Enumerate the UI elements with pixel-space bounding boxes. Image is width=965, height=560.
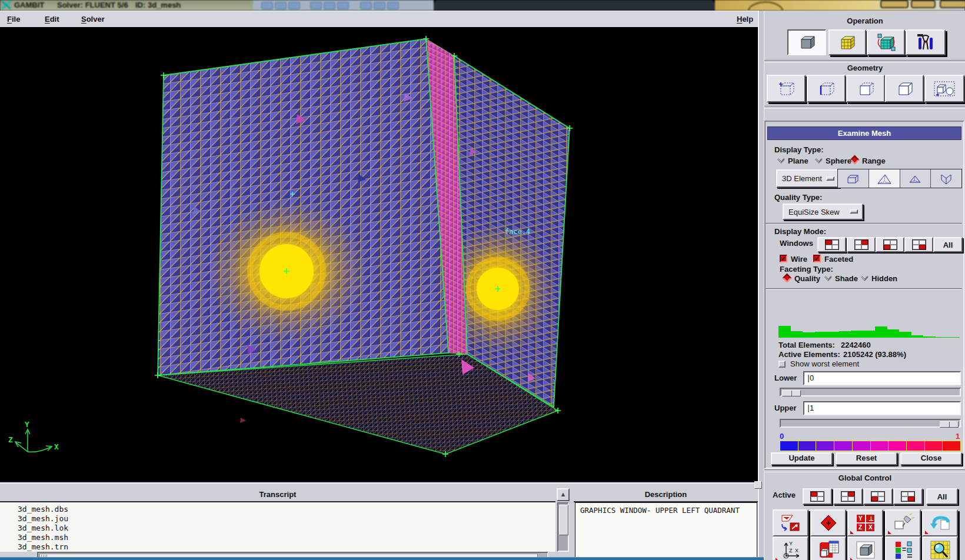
- zones-cube-icon: [876, 33, 897, 52]
- menu-file[interactable]: File: [7, 15, 20, 24]
- zoom-button[interactable]: [922, 536, 958, 560]
- quality-color-scale: [780, 441, 961, 451]
- undo-button[interactable]: [922, 509, 958, 536]
- radio-hidden-icon[interactable]: [861, 276, 868, 281]
- option-menu-marker: [850, 209, 858, 214]
- dropdown-corner-marker: [888, 531, 891, 534]
- axis-label-z: Z: [8, 435, 13, 444]
- gambit-titlebar: GAMBIT Solver: FLUENT 5/6 ID: 3d_mesh: [0, 0, 253, 11]
- lower-slider-thumb[interactable]: [782, 390, 801, 396]
- operation-zones-button[interactable]: [867, 29, 905, 55]
- lower-slider[interactable]: [780, 388, 961, 396]
- radio-quality-label[interactable]: Quality: [794, 274, 820, 283]
- transcript-vscrollbar[interactable]: [557, 502, 569, 552]
- quality-type-dropdown[interactable]: EquiSize Skew: [783, 204, 863, 220]
- icon-letter-x: X: [868, 524, 873, 531]
- show-worst-label[interactable]: Show worst element: [790, 359, 859, 368]
- reset-button[interactable]: Reset: [836, 452, 897, 465]
- geometry-volume-button[interactable]: [885, 75, 924, 102]
- window-quadrant-4-button[interactable]: [904, 237, 933, 252]
- menu-help[interactable]: Help: [737, 15, 753, 24]
- wire-label[interactable]: Wire: [791, 255, 807, 264]
- lower-value: 0: [810, 374, 814, 382]
- radio-range-label[interactable]: Range: [862, 156, 886, 165]
- render-mode-button[interactable]: [847, 536, 883, 560]
- element-tet-button[interactable]: [869, 169, 900, 188]
- element-pyramid-button[interactable]: [900, 169, 931, 188]
- upper-slider-thumb[interactable]: [940, 421, 959, 428]
- mesh-3d-view: face.4 Y Z X: [0, 27, 758, 481]
- transcript-vscrollbar-thumb[interactable]: [559, 505, 568, 535]
- menu-bar: File Edit Solver Help: [0, 11, 758, 28]
- menu-edit[interactable]: Edit: [45, 15, 59, 24]
- element-wedge-button[interactable]: [931, 169, 961, 188]
- operation-tools-button[interactable]: [906, 29, 946, 55]
- dropdown-corner-marker: [776, 558, 779, 560]
- upper-slider[interactable]: [780, 419, 961, 428]
- radio-plane-icon[interactable]: [777, 158, 785, 164]
- background-window-blur: [434, 0, 715, 11]
- graphics-window[interactable]: face.4 Y Z X: [0, 27, 758, 481]
- show-worst-checkbox[interactable]: [778, 361, 786, 368]
- transcript-content[interactable]: 3d_mesh.dbs 3d_mesh.jou 3d_mesh.lok 3d_m…: [0, 502, 555, 552]
- radio-plane-label[interactable]: Plane: [788, 156, 808, 165]
- form-separator: [766, 288, 962, 289]
- operation-geometry-button[interactable]: [787, 29, 826, 55]
- active-all-button[interactable]: All: [926, 488, 958, 505]
- menu-solver[interactable]: Solver: [81, 15, 105, 24]
- section-divider: [764, 469, 965, 472]
- transcript-scroll-up-button[interactable]: ▲: [557, 488, 570, 501]
- upper-input[interactable]: 1: [803, 401, 961, 415]
- radio-shade-label[interactable]: Shade: [835, 274, 858, 283]
- default-orientation-button[interactable]: [810, 509, 846, 536]
- geometry-edge-button[interactable]: [807, 75, 846, 102]
- icon-letter-y: Y: [858, 515, 863, 522]
- mesh-cube-icon: [837, 34, 857, 51]
- geometry-group-button[interactable]: [924, 75, 964, 102]
- faceted-label[interactable]: Faceted: [824, 255, 853, 264]
- radio-hidden-label[interactable]: Hidden: [871, 274, 897, 283]
- faceted-checkbox[interactable]: ✓: [813, 255, 821, 262]
- radio-shade-icon[interactable]: [824, 276, 832, 281]
- window-quadrant-3-button[interactable]: [876, 237, 904, 252]
- update-button[interactable]: Update: [771, 452, 833, 465]
- active-quadrant-2-button[interactable]: [833, 488, 863, 505]
- radio-sphere-label[interactable]: Sphere: [826, 156, 851, 165]
- window-quadrant-2-button[interactable]: [847, 237, 876, 252]
- light-button[interactable]: [885, 509, 921, 536]
- windows-all-button[interactable]: All: [933, 237, 963, 252]
- divider-sash-handle[interactable]: [754, 481, 762, 489]
- element-type-dropdown[interactable]: 3D Element: [776, 169, 840, 188]
- element-hex-button[interactable]: [838, 169, 869, 188]
- wire-checkbox[interactable]: ✓: [780, 255, 787, 262]
- active-quadrant-1-button[interactable]: [803, 488, 832, 505]
- scale-min-label: 0: [780, 432, 784, 441]
- quality-type-label: Quality Type:: [774, 193, 822, 202]
- geometry-cube-icon: [797, 34, 817, 51]
- total-elements-value: 2242460: [841, 341, 871, 349]
- orient-axes-button[interactable]: Y ⊥ Z X: [847, 509, 883, 536]
- lower-input[interactable]: 0: [803, 371, 961, 385]
- element-type-value: 3D Element: [782, 174, 822, 183]
- transcript-line: 3d_mesh.msh: [18, 533, 68, 542]
- active-quadrant-3-button[interactable]: [863, 488, 893, 505]
- title-id: ID: 3d_mesh: [135, 1, 181, 9]
- vertex-icon: [776, 81, 796, 97]
- active-quadrant-4-button[interactable]: [893, 488, 923, 505]
- radio-quality-icon[interactable]: [783, 274, 792, 283]
- fit-to-window-button[interactable]: [773, 509, 808, 536]
- geometry-vertex-button[interactable]: [767, 75, 806, 102]
- color-mode-button[interactable]: =: [885, 536, 921, 560]
- journal-button[interactable]: [810, 536, 846, 560]
- radio-sphere-icon[interactable]: [815, 158, 823, 164]
- undo-icon: [929, 514, 951, 532]
- gambit-window: GAMBIT Solver: FLUENT 5/6 ID: 3d_mesh: [0, 0, 965, 560]
- window-quadrant-1-button[interactable]: [817, 237, 846, 252]
- operation-mesh-button[interactable]: [828, 29, 866, 55]
- axis-triad-button[interactable]: Y Z X: [773, 536, 808, 560]
- color-mode-icon: =: [892, 539, 914, 560]
- close-button[interactable]: Close: [900, 452, 962, 465]
- geometry-face-button[interactable]: [846, 75, 885, 102]
- windows-label: Windows: [780, 239, 813, 248]
- form-separator: [766, 223, 962, 224]
